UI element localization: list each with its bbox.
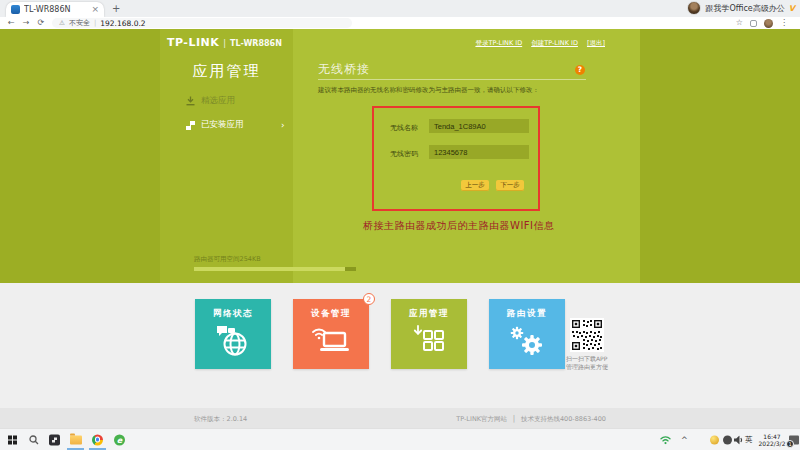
browser-e-icon[interactable]: e [114, 434, 125, 445]
file-explorer-icon[interactable] [70, 435, 82, 444]
search-icon[interactable] [29, 435, 39, 445]
sidebar-item-label: 已安装应用 [201, 119, 244, 131]
download-icon [186, 96, 195, 106]
avatar [687, 1, 701, 15]
model-text: TL-WR886N [230, 39, 282, 48]
logout-link[interactable]: [退出] [587, 39, 605, 48]
browser-tab-strip: TL-WR886N × + 跟我学Office高级办公 V [0, 0, 800, 17]
router-page: TP-LINK | TL-WR886N 登录TP-LINK ID 创建TP-LI… [0, 29, 800, 283]
login-tplink-id-link[interactable]: 登录TP-LINK ID [475, 39, 522, 48]
sidebar-title: 应用管理 [160, 62, 293, 81]
wifi-icon[interactable] [660, 435, 671, 444]
software-version: 软件版本：2.0.14 [194, 415, 247, 424]
apps-download-icon [391, 325, 467, 353]
windows-taskbar: e ^ 英 16:47 2022/3/2 1 [0, 428, 800, 450]
profile-watermark: 跟我学Office高级办公 V [687, 1, 795, 15]
password-label: 无线密码 [390, 149, 418, 159]
prev-step-button[interactable]: 上一步 [461, 180, 489, 191]
qr-caption: 扫一扫下载APP 管理路由更方便 [566, 355, 608, 371]
logo-divider: | [223, 39, 226, 48]
page-footer: 软件版本：2.0.14 TP-LINK官方网站 │ 技术支持热线400-8863… [0, 408, 800, 428]
tplink-logo: TP-LINK | TL-WR886N [167, 36, 282, 49]
tile-label: 路由设置 [489, 308, 565, 320]
clock-time: 16:47 [755, 433, 789, 440]
brand-text: TP-LINK [167, 36, 219, 49]
tab-close-icon[interactable]: × [91, 5, 99, 14]
official-site-link[interactable]: TP-LINK官方网站 [456, 415, 507, 424]
warning-icon: ⚠ [59, 19, 65, 27]
sidebar-item-featured-apps[interactable]: 精选应用 [186, 95, 235, 107]
bookmark-star-icon[interactable]: ☆ [736, 18, 743, 28]
tile-label: 应用管理 [391, 308, 467, 320]
title-divider [318, 79, 586, 80]
instruction-text: 建议将本路由器的无线名称和密码修改为与主路由器一致，请确认以下修改： [318, 86, 539, 95]
notification-badge: 1 [786, 440, 794, 448]
storage-progress-fill [194, 267, 345, 271]
watermark-vip-badge: V [789, 4, 795, 13]
apps-grid-icon [186, 121, 195, 130]
chevron-right-icon: › [281, 120, 285, 130]
browser-toolbar: ← → ⟳ ⚠ 不安全 | 192.168.0.2 ☆ ⋮ [0, 17, 800, 29]
gears-icon [489, 325, 565, 357]
storage-progress-bar [194, 267, 356, 271]
sidebar-item-label: 精选应用 [201, 95, 235, 107]
device-count-badge: 2 [363, 293, 375, 305]
laptop-wifi-icon [293, 325, 369, 354]
watermark-name: 跟我学Office高级办公 [705, 3, 784, 14]
browser-menu-icon[interactable]: ⋮ [780, 18, 788, 28]
taskbar-app-icon[interactable] [49, 434, 60, 445]
back-icon[interactable]: ← [8, 18, 15, 28]
header-links: 登录TP-LINK ID 创建TP-LINK ID [退出] [293, 39, 605, 48]
next-step-button[interactable]: 下一步 [496, 180, 524, 191]
volume-icon[interactable] [734, 435, 744, 444]
tile-router-settings[interactable]: 路由设置 [489, 299, 565, 369]
browser-tab[interactable]: TL-WR886N × [6, 2, 104, 17]
profile-avatar[interactable] [764, 19, 773, 28]
ime-indicator[interactable]: 英 [745, 435, 753, 445]
security-label[interactable]: 不安全 [69, 18, 90, 28]
globe-chat-icon [195, 325, 271, 357]
toolbar-right-cluster: ☆ ⋮ [736, 18, 792, 28]
qr-code [570, 318, 604, 352]
new-tab-icon[interactable]: + [112, 3, 120, 14]
tray-chevron-up-icon[interactable]: ^ [681, 435, 688, 444]
tplink-favicon [11, 5, 20, 14]
tab-title: TL-WR886N [24, 5, 87, 14]
password-input[interactable] [429, 145, 529, 159]
ssid-input[interactable] [429, 119, 529, 133]
refresh-icon[interactable]: ⟳ [37, 18, 44, 28]
taskbar-clock[interactable]: 16:47 2022/3/2 [755, 433, 789, 447]
create-tplink-id-link[interactable]: 创建TP-LINK ID [531, 39, 578, 48]
bottom-nav-section: 网络状态 2 设备管理 [0, 283, 800, 408]
support-hotline: 技术支持热线400-8863-400 [521, 415, 606, 424]
address-bar[interactable]: ⚠ 不安全 | 192.168.0.2 [52, 18, 352, 28]
tile-label: 网络状态 [195, 308, 271, 320]
tray-network-icon[interactable] [723, 435, 732, 444]
tile-label: 设备管理 [293, 308, 369, 320]
tile-network-status[interactable]: 网络状态 [195, 299, 271, 369]
sidebar-item-installed-apps[interactable]: 已安装应用 [186, 119, 244, 131]
storage-text: 路由器可用空间254KB [194, 255, 261, 264]
start-button[interactable] [8, 435, 17, 444]
page-title: 无线桥接 [318, 61, 370, 78]
footer-divider: │ [512, 415, 516, 424]
forward-icon[interactable]: → [23, 18, 30, 28]
url-text[interactable]: 192.168.0.2 [100, 19, 145, 28]
tile-device-management[interactable]: 2 设备管理 [293, 299, 369, 369]
screen: TL-WR886N × + 跟我学Office高级办公 V ← → ⟳ ⚠ 不安… [0, 0, 800, 450]
tile-app-management[interactable]: 应用管理 [391, 299, 467, 369]
ssid-label: 无线名称 [390, 123, 418, 133]
extensions-icon[interactable] [750, 20, 757, 27]
annotation-text: 桥接主路由器成功后的主路由器WIFI信息 [363, 219, 555, 233]
clock-date: 2022/3/2 [755, 440, 789, 447]
footer-right: TP-LINK官方网站 │ 技术支持热线400-8863-400 [470, 415, 606, 424]
address-separator: | [94, 19, 96, 27]
tray-app-icon[interactable] [710, 435, 719, 444]
help-icon[interactable]: ? [575, 65, 585, 75]
chrome-icon[interactable] [92, 434, 103, 445]
